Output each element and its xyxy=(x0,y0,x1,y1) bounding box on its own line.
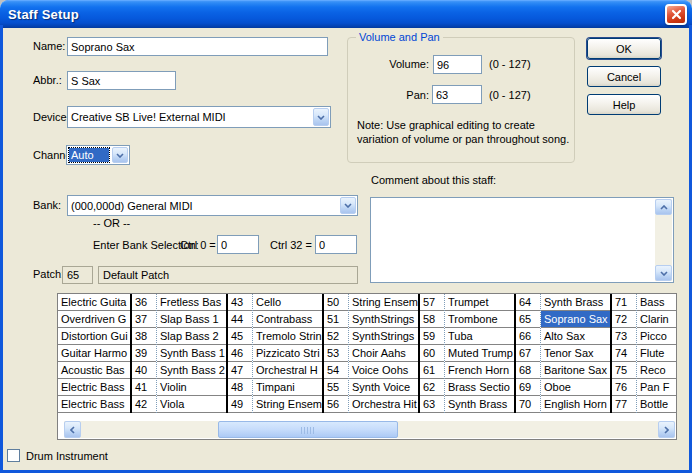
patch-cell[interactable]: 69 xyxy=(516,379,540,396)
patch-cell[interactable]: 58 xyxy=(420,311,444,328)
close-button[interactable] xyxy=(665,4,687,25)
patch-cell[interactable]: French Horn xyxy=(445,362,514,379)
patch-cell[interactable]: 67 xyxy=(516,345,540,362)
patch-cell[interactable]: 63 xyxy=(420,396,444,413)
comment-scrollbar-up-button[interactable] xyxy=(655,199,672,215)
patch-cell[interactable]: Picco xyxy=(637,328,677,345)
comment-scrollbar-down-button[interactable] xyxy=(655,265,672,281)
patch-cell[interactable]: Trumpet xyxy=(445,294,514,311)
patch-cell[interactable]: Slap Bass 2 xyxy=(157,328,226,345)
patch-cell[interactable]: Synth Brass xyxy=(445,396,514,413)
patch-cell[interactable]: Baritone Sax xyxy=(541,362,610,379)
patch-cell[interactable]: String Ensem xyxy=(349,294,418,311)
channel-combobox[interactable]: Auto xyxy=(66,145,130,165)
comment-scrollbar-track[interactable] xyxy=(655,199,672,281)
patch-cell[interactable]: Acoustic Bas xyxy=(58,362,130,379)
patch-cell[interactable]: Choir Aahs xyxy=(349,345,418,362)
patch-cell[interactable]: Electric Guita xyxy=(58,294,130,311)
patch-cell[interactable]: 68 xyxy=(516,362,540,379)
patch-cell[interactable]: Reco xyxy=(637,362,677,379)
patch-cell[interactable]: 50 xyxy=(324,294,348,311)
scroll-left-button[interactable] xyxy=(64,421,81,438)
patch-cell[interactable]: 45 xyxy=(228,328,252,345)
patch-cell[interactable]: Tremolo Strin xyxy=(253,328,322,345)
patch-cell[interactable]: 42 xyxy=(132,396,156,413)
scroll-right-button[interactable] xyxy=(658,421,675,438)
patch-cell[interactable]: Oboe xyxy=(541,379,610,396)
patch-cell[interactable]: 54 xyxy=(324,362,348,379)
patch-cell[interactable]: 64 xyxy=(516,294,540,311)
patch-cell[interactable]: Guitar Harmo xyxy=(58,345,130,362)
patch-table-hscrollbar[interactable] xyxy=(64,421,675,438)
patch-cell[interactable]: 37 xyxy=(132,311,156,328)
patch-cell[interactable]: 46 xyxy=(228,345,252,362)
patch-cell[interactable]: 74 xyxy=(612,345,636,362)
patch-cell[interactable]: Electric Bass xyxy=(58,396,130,413)
patch-cell[interactable]: Viola xyxy=(157,396,226,413)
patch-cell[interactable]: 59 xyxy=(420,328,444,345)
patch-cell[interactable]: 52 xyxy=(324,328,348,345)
patch-cell[interactable]: Slap Bass 1 xyxy=(157,311,226,328)
patch-cell[interactable]: English Horn xyxy=(541,396,610,413)
patch-cell[interactable]: 49 xyxy=(228,396,252,413)
patch-cell-selected[interactable]: Soprano Sax xyxy=(541,311,610,328)
patch-cell[interactable]: Synth Bass 2 xyxy=(157,362,226,379)
patch-cell[interactable]: Muted Trump xyxy=(445,345,514,362)
patch-cell[interactable]: Overdriven G xyxy=(58,311,130,328)
hscroll-thumb[interactable] xyxy=(218,421,398,438)
patch-cell[interactable]: Clarin xyxy=(637,311,677,328)
patch-cell[interactable]: Orchestral H xyxy=(253,362,322,379)
patch-cell[interactable]: 76 xyxy=(612,379,636,396)
abbr-input[interactable] xyxy=(67,71,176,90)
patch-cell[interactable]: 53 xyxy=(324,345,348,362)
patch-cell[interactable]: 39 xyxy=(132,345,156,362)
patch-cell[interactable]: 40 xyxy=(132,362,156,379)
name-input[interactable] xyxy=(67,37,328,56)
patch-cell[interactable]: SynthStrings xyxy=(349,311,418,328)
patch-cell[interactable]: 44 xyxy=(228,311,252,328)
patch-cell[interactable]: String Ensem xyxy=(253,396,322,413)
patch-cell[interactable]: 55 xyxy=(324,379,348,396)
patch-cell[interactable]: Electric Bass xyxy=(58,379,130,396)
patch-cell[interactable]: Distortion Gui xyxy=(58,328,130,345)
patch-cell[interactable]: 73 xyxy=(612,328,636,345)
patch-cell[interactable]: Brass Sectio xyxy=(445,379,514,396)
patch-cell[interactable]: 72 xyxy=(612,311,636,328)
patch-cell[interactable]: 66 xyxy=(516,328,540,345)
patch-cell[interactable]: 36 xyxy=(132,294,156,311)
patch-cell[interactable]: 57 xyxy=(420,294,444,311)
patch-cell[interactable]: 65 xyxy=(516,311,540,328)
patch-cell[interactable]: Pizzicato Stri xyxy=(253,345,322,362)
patch-cell[interactable]: 61 xyxy=(420,362,444,379)
patch-cell[interactable]: 70 xyxy=(516,396,540,413)
patch-cell[interactable]: Synth Brass xyxy=(541,294,610,311)
bank-dropdown-button[interactable] xyxy=(340,197,356,214)
comment-textarea[interactable] xyxy=(370,197,674,283)
patch-cell[interactable]: Violin xyxy=(157,379,226,396)
pan-input[interactable] xyxy=(432,85,482,104)
patch-cell[interactable]: 41 xyxy=(132,379,156,396)
patch-cell[interactable]: Pan F xyxy=(637,379,677,396)
patch-cell[interactable]: Contrabass xyxy=(253,311,322,328)
patch-cell[interactable]: 56 xyxy=(324,396,348,413)
patch-cell[interactable]: 62 xyxy=(420,379,444,396)
patch-cell[interactable]: 43 xyxy=(228,294,252,311)
volume-input[interactable] xyxy=(433,55,482,74)
patch-cell[interactable]: 60 xyxy=(420,345,444,362)
channel-dropdown-button[interactable] xyxy=(112,147,128,163)
device-dropdown-button[interactable] xyxy=(313,108,329,126)
cancel-button[interactable]: Cancel xyxy=(587,66,661,87)
drum-instrument-checkbox[interactable] xyxy=(7,449,20,462)
ctrl0-input[interactable] xyxy=(217,235,259,254)
patch-cell[interactable]: Cello xyxy=(253,294,322,311)
patch-cell[interactable]: Flute xyxy=(637,345,677,362)
patch-cell[interactable]: 47 xyxy=(228,362,252,379)
patch-cell[interactable]: 48 xyxy=(228,379,252,396)
patch-cell[interactable]: Tuba xyxy=(445,328,514,345)
device-combobox[interactable]: Creative SB Live! External MIDI xyxy=(67,106,331,128)
patch-cell[interactable]: 71 xyxy=(612,294,636,311)
help-button[interactable]: Help xyxy=(587,94,661,115)
patch-cell[interactable]: Alto Sax xyxy=(541,328,610,345)
ok-button[interactable]: OK xyxy=(587,38,661,59)
patch-cell[interactable]: Timpani xyxy=(253,379,322,396)
